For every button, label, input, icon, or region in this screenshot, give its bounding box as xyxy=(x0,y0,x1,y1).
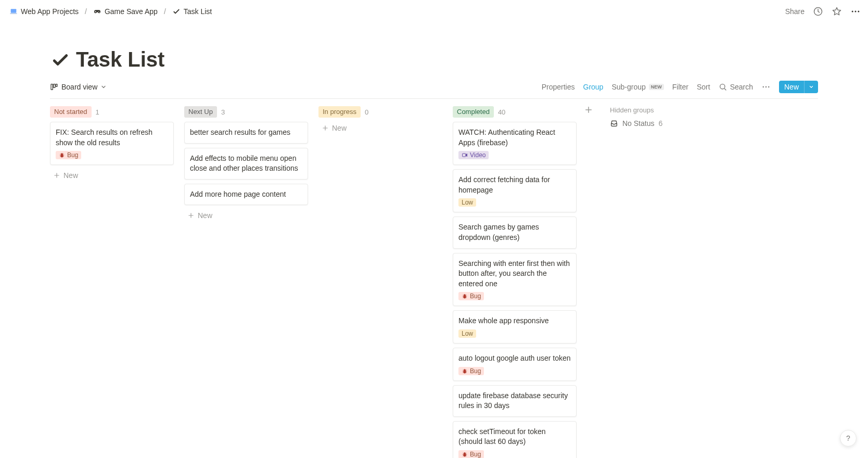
plus-icon xyxy=(53,172,60,179)
card[interactable]: auto logout google auth user tokenBug xyxy=(453,348,577,381)
plus-icon xyxy=(187,212,195,219)
card[interactable]: Search games by games dropdown (genres) xyxy=(453,217,577,248)
card-title: WATCH: Authenticating React Apps (fireba… xyxy=(458,128,571,148)
status-tag: Not started xyxy=(50,106,92,118)
breadcrumb-label: Web App Projects xyxy=(21,7,79,16)
card-title: Add effects to mobile menu open close an… xyxy=(190,154,302,174)
chevron-down-icon xyxy=(809,84,814,90)
breadcrumbs: Web App Projects / Game Save App / Task … xyxy=(7,6,214,17)
breadcrumb-separator: / xyxy=(164,7,166,16)
svg-rect-6 xyxy=(51,84,53,90)
card-title: auto logout google auth user token xyxy=(458,353,571,364)
new-card-button[interactable]: New xyxy=(318,122,442,134)
card-tags: Low xyxy=(458,198,571,207)
add-column-button[interactable] xyxy=(584,105,599,115)
subgroup-label: Sub-group xyxy=(611,83,645,91)
card[interactable]: WATCH: Authenticating React Apps (fireba… xyxy=(453,122,577,165)
search-button[interactable]: Search xyxy=(719,83,753,91)
tag-bug: Bug xyxy=(458,450,484,458)
column-count: 0 xyxy=(365,108,368,116)
column-header[interactable]: Completed40 xyxy=(453,106,577,118)
clock-icon[interactable] xyxy=(813,6,823,17)
bug-icon xyxy=(462,368,468,374)
view-toolbar: Board view Properties Group Sub-group NE… xyxy=(50,81,818,99)
card[interactable]: check setTimeout for token (should last … xyxy=(453,421,577,458)
svg-point-21 xyxy=(464,452,466,454)
column-in-progress: In progress0New xyxy=(318,106,442,134)
more-options-button[interactable] xyxy=(761,82,771,92)
column-header[interactable]: Next Up3 xyxy=(184,106,308,118)
plus-icon xyxy=(322,124,329,132)
tag-low: Low xyxy=(458,198,476,207)
new-card-button[interactable]: New xyxy=(50,169,174,182)
card-tags: Low xyxy=(458,329,571,338)
column-completed: Completed40WATCH: Authenticating React A… xyxy=(453,106,577,458)
new-card-button[interactable]: New xyxy=(184,209,308,222)
page-title[interactable]: Task List xyxy=(50,48,818,71)
breadcrumb-task-list[interactable]: Task List xyxy=(170,6,214,17)
card[interactable]: Make whole app responsiveLow xyxy=(453,310,577,344)
check-icon xyxy=(172,7,181,16)
page-content: Task List Board view Properties Group Su… xyxy=(0,21,868,458)
new-button-dropdown[interactable] xyxy=(804,81,818,93)
svg-point-9 xyxy=(720,84,724,89)
more-icon[interactable] xyxy=(850,6,861,17)
hidden-groups: Hidden groupsNo Status6 xyxy=(610,106,693,128)
card-tags: Video xyxy=(458,151,571,159)
column-header[interactable]: Not started1 xyxy=(50,106,174,118)
bug-icon xyxy=(462,451,468,457)
svg-point-5 xyxy=(858,11,859,12)
topbar: Web App Projects / Game Save App / Task … xyxy=(0,0,868,21)
svg-point-12 xyxy=(768,86,769,87)
status-tag: Next Up xyxy=(184,106,217,118)
svg-point-4 xyxy=(855,11,857,12)
column-not-started: Not started1FIX: Search results on refre… xyxy=(50,106,174,182)
card[interactable]: Add more home page content xyxy=(184,184,308,206)
svg-rect-1 xyxy=(10,13,17,14)
bug-icon xyxy=(462,293,468,299)
card-tags: Bug xyxy=(458,450,571,458)
breadcrumb-web-app-projects[interactable]: Web App Projects xyxy=(7,6,81,17)
view-selector[interactable]: Board view xyxy=(50,83,107,91)
filter-button[interactable]: Filter xyxy=(672,83,688,91)
column-header[interactable]: In progress0 xyxy=(318,106,442,118)
new-button-label: New xyxy=(779,81,804,93)
page-title-text: Task List xyxy=(76,48,164,71)
card[interactable]: Add correct fetching data for homepageLo… xyxy=(453,169,577,212)
group-button[interactable]: Group xyxy=(583,83,604,91)
card-title: Search games by games dropdown (genres) xyxy=(458,222,571,243)
board: Not started1FIX: Search results on refre… xyxy=(50,106,818,458)
breadcrumb-game-save-app[interactable]: Game Save App xyxy=(91,6,160,17)
breadcrumb-separator: / xyxy=(85,7,87,16)
card-title: Make whole app responsive xyxy=(458,316,571,326)
card[interactable]: Searching with enter first then with but… xyxy=(453,253,577,307)
svg-point-19 xyxy=(464,369,466,371)
new-button[interactable]: New xyxy=(779,81,818,93)
subgroup-button[interactable]: Sub-group NEW xyxy=(611,83,663,91)
star-icon[interactable] xyxy=(832,6,842,17)
check-icon xyxy=(50,49,71,70)
card[interactable]: FIX: Search results on refresh show the … xyxy=(50,122,174,165)
card-title: Add correct fetching data for homepage xyxy=(458,175,571,195)
properties-button[interactable]: Properties xyxy=(542,83,575,91)
svg-point-17 xyxy=(464,294,466,296)
card-tags: Bug xyxy=(56,151,168,159)
tag-bug: Bug xyxy=(56,151,81,159)
svg-rect-7 xyxy=(54,84,55,88)
board-icon xyxy=(50,83,58,91)
tag-video: Video xyxy=(458,151,489,159)
card[interactable]: better search results for games xyxy=(184,122,308,144)
card[interactable]: Add effects to mobile menu open close an… xyxy=(184,148,308,180)
help-button[interactable]: ? xyxy=(840,430,857,447)
status-tag: Completed xyxy=(453,106,494,118)
sort-button[interactable]: Sort xyxy=(697,83,710,91)
share-button[interactable]: Share xyxy=(785,7,805,16)
search-icon xyxy=(719,83,727,91)
svg-point-3 xyxy=(852,11,853,12)
inbox-icon xyxy=(610,119,618,128)
new-label: New xyxy=(63,171,78,180)
more-icon xyxy=(761,82,771,92)
hidden-group-item[interactable]: No Status6 xyxy=(610,119,693,128)
card[interactable]: update firebase database security rules … xyxy=(453,385,577,417)
column-count: 3 xyxy=(221,108,225,116)
